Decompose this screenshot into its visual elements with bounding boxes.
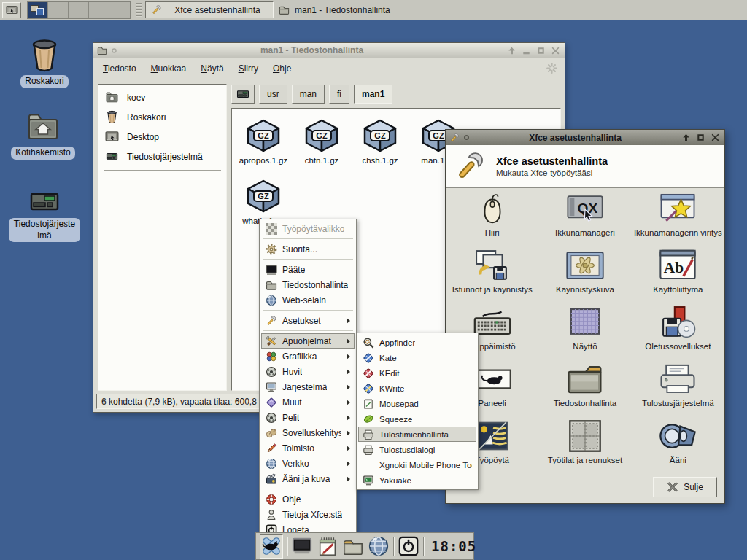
terminal-icon xyxy=(363,475,374,486)
menu-item-about-xfce[interactable]: Tietoja Xfce:stä xyxy=(261,507,355,522)
menu-item-system[interactable]: Järjestelmä xyxy=(261,379,355,394)
window-folder-icon xyxy=(97,45,107,55)
settings-item-workspaces[interactable]: Työtilat ja reunukset xyxy=(548,417,622,474)
settings-item-splash[interactable]: Käynnistyskuva xyxy=(556,246,614,303)
launcher-quit[interactable] xyxy=(398,534,419,559)
path-button-filesystem[interactable] xyxy=(231,85,255,104)
menu-item-run[interactable]: Suorita... xyxy=(261,241,355,257)
submenu-arrow-icon xyxy=(347,338,350,344)
sidebar-item-filesystem[interactable]: Tiedostojärjestelmä xyxy=(98,147,226,166)
path-button-fi[interactable]: fi xyxy=(329,85,349,104)
pager-workspace-5[interactable] xyxy=(109,2,130,18)
sidebar-item-home[interactable]: koev xyxy=(98,88,226,107)
settings-item-mouse[interactable]: Hiiri xyxy=(473,190,512,246)
submenu-item-kedit[interactable]: KEdit xyxy=(358,365,476,381)
session-icon xyxy=(473,249,512,282)
sidebar-item-trash[interactable]: Roskakori xyxy=(98,107,226,127)
desktop-icon-home[interactable]: Kotihakemisto xyxy=(7,109,80,160)
submenu-item-xgnokii[interactable]: Xgnokii Mobile Phone Tool xyxy=(358,457,476,472)
maximize-button[interactable] xyxy=(695,132,706,143)
submenu-item-printer-management[interactable]: Tulostimienhallinta xyxy=(358,427,476,442)
pager-workspace-4[interactable] xyxy=(89,2,109,18)
wm-tweaks-icon xyxy=(658,192,697,225)
submenu-item-kwrite[interactable]: KWrite xyxy=(358,381,476,396)
settings-item-display[interactable]: Näyttö xyxy=(565,303,605,360)
submenu-item-squeeze[interactable]: Squeeze xyxy=(358,411,476,427)
desktop-icon-filesystem[interactable]: Tiedostojärjestelmä xyxy=(8,182,81,242)
bottom-panel: 18:05 xyxy=(255,532,474,560)
desktop-icon-trash[interactable]: Roskakori xyxy=(8,38,81,88)
menu-item-other[interactable]: Muut xyxy=(261,394,355,410)
submenu-item-mousepad[interactable]: Mousepad xyxy=(358,396,476,411)
menu-item-office[interactable]: Toimisto xyxy=(261,440,355,456)
file-item[interactable]: GZ chfn.1.gz xyxy=(293,119,351,165)
close-button[interactable] xyxy=(550,45,561,56)
menu-item-help[interactable]: Ohje xyxy=(261,491,355,507)
file-item[interactable]: GZ apropos.1.gz xyxy=(234,119,293,165)
tasklist-grip[interactable] xyxy=(136,3,142,18)
shade-button[interactable] xyxy=(681,132,692,143)
sidebar-item-desktop[interactable]: Desktop xyxy=(98,127,226,147)
launcher-terminal[interactable] xyxy=(291,534,313,559)
fm-window-title: man1 - Tiedostonhallinta xyxy=(121,45,503,55)
task-button-filemanager[interactable]: man1 - Tiedostonhallinta xyxy=(274,1,419,18)
settings-item-window-manager[interactable]: QXIkkunamanageri xyxy=(555,190,615,246)
gz-archive-icon: GZ xyxy=(245,179,282,213)
minimize-button[interactable] xyxy=(521,45,532,56)
menu-nayta[interactable]: Näytä xyxy=(201,63,223,74)
close-settings-button[interactable]: Sulje xyxy=(653,477,717,497)
path-button-usr[interactable]: usr xyxy=(259,85,287,104)
menu-item-file-manager[interactable]: Tiedostonhallinta xyxy=(261,277,355,292)
settings-item-file-manager[interactable]: Tiedostonhallinta xyxy=(554,360,617,417)
settings-item-wm-tweaks[interactable]: Ikkunamanagerin viritys xyxy=(634,190,722,246)
menu-ohje[interactable]: Ohje xyxy=(273,63,291,74)
submenu-item-print-dialog[interactable]: Tulostusdialogi xyxy=(358,442,476,457)
launcher-xfce-menu[interactable] xyxy=(260,534,283,559)
submenu-item-appfinder[interactable]: Appfinder xyxy=(358,335,476,350)
shade-button[interactable] xyxy=(506,45,517,56)
menu-muokkaa[interactable]: Muokkaa xyxy=(151,63,187,74)
menu-item-games[interactable]: Pelit xyxy=(261,410,355,425)
settings-item-sound[interactable]: Ääni xyxy=(658,417,697,474)
menu-item-multimedia[interactable]: Ääni ja kuva xyxy=(261,471,355,486)
menu-item-network[interactable]: Verkko xyxy=(261,456,355,471)
menu-item-web-browser[interactable]: Web-selain xyxy=(261,292,355,308)
pager-workspace-1[interactable] xyxy=(28,2,48,18)
menu-item-accessories[interactable]: Apuohjelmat xyxy=(261,333,355,349)
show-desktop-button[interactable] xyxy=(2,2,21,18)
settings-item-printing[interactable]: Tulostusjärjestelmä xyxy=(642,360,714,417)
launcher-editor[interactable] xyxy=(317,534,338,559)
menu-item-settings[interactable]: Asetukset xyxy=(261,313,355,328)
menu-siirry[interactable]: Siirry xyxy=(239,63,258,74)
printer-icon xyxy=(658,362,697,396)
panel-separator xyxy=(287,537,287,556)
settings-item-session[interactable]: Istunnot ja käynnistys xyxy=(452,246,533,303)
path-button-man[interactable]: man xyxy=(292,85,325,104)
submenu-item-yakuake[interactable]: Yakuake xyxy=(358,472,476,488)
workspace-pager[interactable] xyxy=(27,1,131,19)
menu-item-terminal[interactable]: Pääte xyxy=(261,262,355,277)
pager-workspace-2[interactable] xyxy=(48,2,69,18)
menu-item-fun[interactable]: Huvit xyxy=(261,364,355,379)
settings-titlebar[interactable]: Xfce asetustenhallinta xyxy=(446,130,724,145)
menu-item-desktop-menu-title: Työpöytävalikko xyxy=(261,221,355,236)
launcher-browser[interactable] xyxy=(368,534,390,559)
settings-item-default-apps[interactable]: Oletussovellukset xyxy=(645,303,711,360)
notepad-icon xyxy=(317,535,338,557)
maximize-button[interactable] xyxy=(535,45,546,56)
menu-tiedosto[interactable]: Tiedosto xyxy=(103,63,136,74)
submenu-item-kate[interactable]: Kate xyxy=(358,350,476,365)
task-button-settings[interactable]: Xfce asetustenhallinta xyxy=(145,1,274,18)
menu-item-graphics[interactable]: Grafiikka xyxy=(261,349,355,364)
panel-clock[interactable]: 18:05 xyxy=(431,538,476,554)
close-button[interactable] xyxy=(710,132,721,143)
kedit-icon xyxy=(363,368,374,379)
show-desktop-icon xyxy=(4,4,19,16)
fm-titlebar[interactable]: man1 - Tiedostonhallinta xyxy=(93,43,565,58)
file-item[interactable]: GZ chsh.1.gz xyxy=(351,119,409,165)
pager-workspace-3[interactable] xyxy=(69,2,89,18)
menu-item-development[interactable]: Sovelluskehitys xyxy=(261,425,355,440)
settings-item-ui[interactable]: AbKäyttöliittymä xyxy=(653,246,703,303)
path-button-man1[interactable]: man1 xyxy=(354,85,392,104)
launcher-file-manager[interactable] xyxy=(342,534,364,559)
